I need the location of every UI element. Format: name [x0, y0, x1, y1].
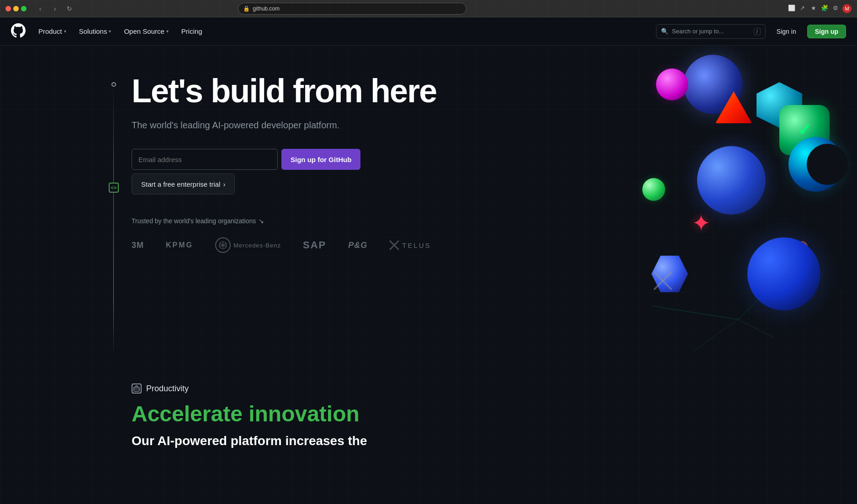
- svg-line-11: [693, 320, 738, 352]
- nav-item-solutions[interactable]: Solutions ▾: [74, 25, 117, 38]
- hero-subtitle: The world's leading AI-powered developer…: [132, 120, 465, 131]
- nav-item-product[interactable]: Product ▾: [33, 25, 72, 38]
- cast-icon[interactable]: ⬜: [788, 4, 796, 12]
- svg-line-5: [802, 247, 811, 283]
- logo-pg: P&G: [348, 241, 367, 250]
- github-signup-button[interactable]: Sign up for GitHub: [281, 149, 360, 170]
- nav-item-open-source[interactable]: Open Source ▾: [118, 25, 174, 38]
- svg-point-0: [760, 250, 771, 261]
- bookmark-icon[interactable]: ★: [809, 4, 818, 12]
- signup-button[interactable]: Sign up: [807, 25, 846, 38]
- svg-line-4: [766, 247, 802, 256]
- extension-icon[interactable]: 🧩: [820, 4, 829, 12]
- logo-kpmg: KPMG: [166, 241, 193, 249]
- logo-3m: 3M: [132, 241, 144, 250]
- browser-window-controls: [5, 6, 26, 11]
- productivity-label-row: Productivity: [132, 383, 839, 394]
- timeline-line: [113, 82, 114, 356]
- nav-item-pricing[interactable]: Pricing: [176, 25, 208, 38]
- browser-chrome: ‹ › ↻ 🔒 github.com ⬜ ↗ ★ 🧩 ⚙ M: [0, 0, 857, 17]
- svg-line-8: [651, 306, 738, 320]
- productivity-label-text: Productivity: [146, 384, 189, 394]
- github-logo[interactable]: [11, 23, 26, 40]
- hero-decoratives: ✓ ✦: [537, 46, 857, 356]
- enterprise-btn-label: Start a free enterprise trial: [141, 180, 220, 188]
- close-window-button[interactable]: [5, 6, 11, 11]
- nav-pricing-label: Pricing: [181, 27, 202, 35]
- telus-text: TELUS: [402, 242, 431, 249]
- nav-product-label: Product: [38, 27, 62, 35]
- search-icon: 🔍: [661, 28, 668, 35]
- timeline-dot: [111, 82, 116, 87]
- browser-nav-buttons: ‹ › ↻: [34, 3, 76, 14]
- mercedes-text: Mercedes-Benz: [233, 242, 281, 249]
- navbar-right: 🔍 Search or jump to... / Sign in Sign up: [656, 24, 846, 39]
- browser-address-bar[interactable]: 🔒 github.com: [238, 3, 466, 15]
- browser-back-button[interactable]: ‹: [34, 3, 47, 14]
- code-icon: <>: [109, 183, 119, 193]
- search-bar[interactable]: 🔍 Search or jump to... /: [656, 24, 766, 39]
- nav-opensource-chevron: ▾: [166, 29, 169, 34]
- hero-signup-form: Sign up for GitHub Start a free enterpri…: [132, 149, 465, 194]
- trusted-label: Trusted by the world's leading organizat…: [132, 217, 465, 225]
- nav-solutions-chevron: ▾: [109, 29, 111, 34]
- svg-line-10: [738, 320, 775, 338]
- github-navbar: Product ▾ Solutions ▾ Open Source ▾ Pric…: [0, 17, 857, 46]
- hero-content: Let's build from here The world's leadin…: [132, 73, 465, 253]
- briefcase-icon: [132, 383, 142, 394]
- browser-url: github.com: [253, 5, 280, 12]
- nav-solutions-label: Solutions: [79, 27, 107, 35]
- mercedes-star-icon: [215, 237, 231, 253]
- svg-point-1: [797, 241, 808, 252]
- trusted-arrow-icon: ↘: [259, 217, 264, 225]
- nav-opensource-label: Open Source: [124, 27, 164, 35]
- settings-icon[interactable]: ⚙: [831, 4, 840, 12]
- search-placeholder: Search or jump to...: [672, 28, 750, 35]
- svg-point-2: [807, 278, 816, 288]
- productivity-section: Productivity Accelerate innovation Our A…: [113, 356, 857, 467]
- browser-forward-button[interactable]: ›: [48, 3, 61, 14]
- navbar-nav-links: Product ▾ Solutions ▾ Open Source ▾ Pric…: [33, 25, 656, 38]
- vertical-timeline: <>: [113, 82, 114, 356]
- svg-line-6: [779, 283, 811, 288]
- trusted-section: Trusted by the world's leading organizat…: [132, 217, 465, 253]
- logo-sap: SAP: [303, 239, 326, 251]
- profile-icon[interactable]: M: [842, 4, 852, 13]
- browser-refresh-button[interactable]: ↻: [63, 3, 76, 14]
- trusted-logos: 3M KPMG Mercedes-Benz SAP P&G: [132, 237, 465, 253]
- share-icon[interactable]: ↗: [799, 4, 807, 12]
- trusted-text: Trusted by the world's leading organizat…: [132, 217, 256, 225]
- svg-line-13: [654, 272, 672, 290]
- enterprise-arrow-icon: ›: [223, 180, 225, 188]
- signin-button[interactable]: Sign in: [771, 25, 802, 38]
- maximize-window-button[interactable]: [21, 6, 26, 11]
- email-input[interactable]: [132, 149, 278, 170]
- svg-line-12: [654, 272, 672, 290]
- logo-mercedes: Mercedes-Benz: [215, 237, 281, 253]
- svg-point-3: [776, 284, 783, 291]
- browser-toolbar-right: ⬜ ↗ ★ 🧩 ⚙ M: [788, 4, 852, 13]
- hero-title: Let's build from here: [132, 73, 465, 109]
- productivity-heading: Accelerate innovation: [132, 401, 839, 427]
- svg-line-9: [738, 297, 761, 320]
- hero-section: <> ✓ ✦: [0, 46, 857, 356]
- enterprise-trial-button[interactable]: Start a free enterprise trial ›: [132, 173, 235, 194]
- svg-line-7: [766, 256, 779, 288]
- search-shortcut: /: [754, 28, 761, 35]
- logo-telus: TELUS: [389, 240, 431, 250]
- minimize-window-button[interactable]: [13, 6, 19, 11]
- productivity-subtext: Our AI-powered platform increases the: [132, 433, 839, 449]
- nav-product-chevron: ▾: [64, 29, 66, 34]
